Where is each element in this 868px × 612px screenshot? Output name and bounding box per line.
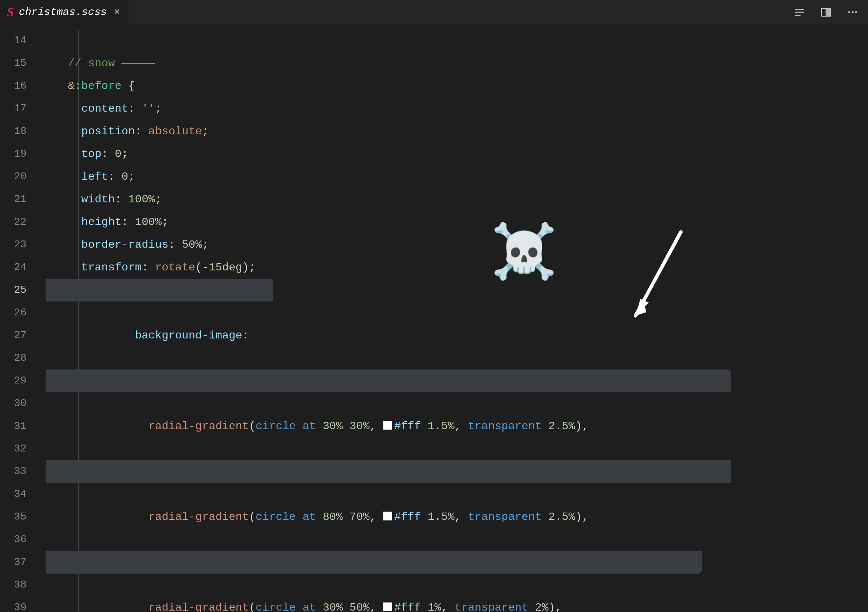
code-line[interactable]: left: 0; bbox=[46, 165, 868, 188]
code-line[interactable]: border-radius: 50%; bbox=[46, 233, 868, 256]
tab-group: S christmas.scss × bbox=[0, 0, 129, 24]
sass-icon: S bbox=[7, 5, 14, 20]
line-number: 37 bbox=[0, 551, 26, 573]
line-number: 25 bbox=[0, 279, 26, 301]
toggle-wrap-icon[interactable] bbox=[793, 5, 806, 19]
code-line[interactable]: transform: rotate(-15deg); bbox=[46, 256, 868, 279]
close-icon[interactable]: × bbox=[112, 6, 120, 18]
line-number: 17 bbox=[0, 97, 26, 120]
code-line[interactable]: top: 0; bbox=[46, 143, 868, 165]
line-number: 14 bbox=[0, 29, 26, 52]
split-editor-icon[interactable] bbox=[819, 5, 833, 19]
code-line[interactable]: background-image: bbox=[46, 279, 868, 369]
line-number: 23 bbox=[0, 233, 26, 256]
fold-gutter bbox=[37, 25, 46, 612]
code-line[interactable]: radial-gradient(circle at 30% 50%, #fff … bbox=[46, 551, 868, 612]
svg-point-8 bbox=[855, 11, 857, 13]
tab-bar: S christmas.scss × bbox=[0, 0, 868, 25]
line-number: 33 bbox=[0, 460, 26, 483]
file-tab[interactable]: S christmas.scss × bbox=[0, 0, 129, 24]
line-number: 21 bbox=[0, 188, 26, 211]
color-swatch-icon bbox=[383, 602, 392, 611]
line-number: 31 bbox=[0, 415, 26, 437]
code-line[interactable]: &:before { bbox=[46, 75, 868, 97]
svg-rect-5 bbox=[826, 9, 830, 16]
line-number: 39 bbox=[0, 596, 26, 610]
line-number: 38 bbox=[0, 573, 26, 596]
code-line[interactable]: position: absolute; bbox=[46, 120, 868, 143]
code-line[interactable]: // snow ————— bbox=[46, 52, 868, 75]
tab-filename: christmas.scss bbox=[19, 6, 107, 18]
line-number: 34 bbox=[0, 483, 26, 505]
line-number: 22 bbox=[0, 211, 26, 233]
code-line[interactable]: radial-gradient(circle at 80% 70%, #fff … bbox=[46, 460, 868, 551]
line-number: 29 bbox=[0, 369, 26, 392]
color-swatch-icon bbox=[383, 421, 392, 430]
line-number: 19 bbox=[0, 143, 26, 165]
color-swatch-icon bbox=[383, 512, 392, 521]
line-number: 15 bbox=[0, 52, 26, 75]
line-number: 36 bbox=[0, 528, 26, 551]
line-number: 26 bbox=[0, 301, 26, 324]
code-line[interactable]: content: ''; bbox=[46, 97, 868, 120]
line-number-gutter: 14 15 16 17 18 19 20 21 22 23 24 25 26 2… bbox=[0, 25, 37, 612]
line-number: 20 bbox=[0, 165, 26, 188]
line-number: 35 bbox=[0, 505, 26, 528]
code-line[interactable]: height: 100%; bbox=[46, 211, 868, 233]
line-number: 16 bbox=[0, 75, 26, 97]
svg-point-6 bbox=[848, 11, 850, 13]
editor-body[interactable]: 14 15 16 17 18 19 20 21 22 23 24 25 26 2… bbox=[0, 25, 868, 612]
line-number: 24 bbox=[0, 256, 26, 279]
line-number: 18 bbox=[0, 120, 26, 143]
code-line[interactable]: width: 100%; bbox=[46, 188, 868, 211]
line-number: 32 bbox=[0, 437, 26, 460]
line-number: 27 bbox=[0, 324, 26, 347]
code-area[interactable]: // snow ————— &:before { content: ''; po… bbox=[46, 25, 868, 612]
more-actions-icon[interactable] bbox=[846, 5, 860, 19]
line-number: 30 bbox=[0, 392, 26, 415]
code-line[interactable]: radial-gradient(circle at 30% 30%, #fff … bbox=[46, 369, 868, 460]
code-line[interactable] bbox=[46, 29, 868, 52]
tab-actions bbox=[793, 5, 860, 19]
line-number: 28 bbox=[0, 347, 26, 369]
editor-root: S christmas.scss × bbox=[0, 0, 868, 612]
svg-point-7 bbox=[852, 11, 854, 13]
